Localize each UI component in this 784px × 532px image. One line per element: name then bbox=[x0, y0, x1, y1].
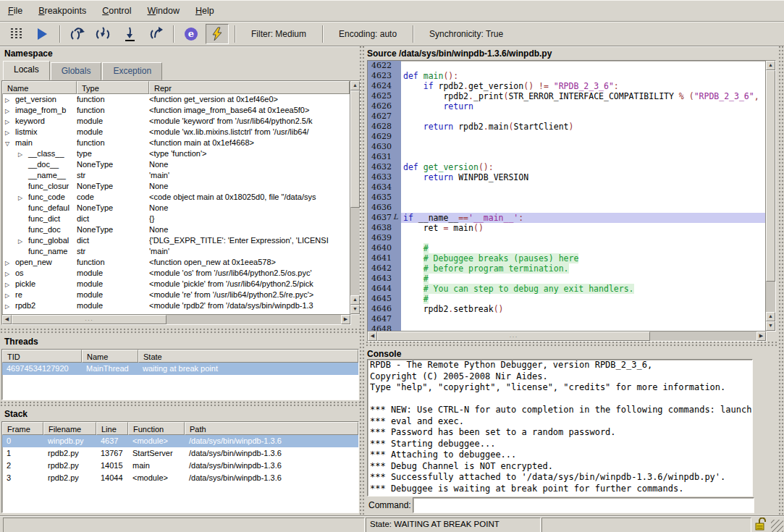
source-line[interactable]: 4638 ret = main() bbox=[368, 223, 766, 233]
namespace-row[interactable]: ▷get_versionfunction<function get_versio… bbox=[2, 94, 350, 105]
source-line[interactable]: 4641 # Debuggee breaks (pauses) here bbox=[368, 253, 766, 263]
expand-icon[interactable]: ▷ bbox=[18, 236, 28, 246]
column-header-type[interactable]: Type bbox=[77, 81, 149, 94]
expand-icon[interactable]: ▷ bbox=[5, 269, 15, 279]
menu-item-breakpoints[interactable]: Breakpoints bbox=[30, 2, 94, 20]
source-hscroll-thumb[interactable]: ··· bbox=[377, 332, 650, 341]
source-line[interactable]: 4629 bbox=[368, 132, 766, 142]
source-line[interactable]: 4636 bbox=[368, 203, 766, 213]
splitter-right-edge[interactable] bbox=[778, 46, 784, 515]
namespace-row[interactable]: __name__str'main' bbox=[2, 170, 350, 181]
collapse-icon[interactable]: ▽ bbox=[5, 138, 15, 148]
step-into-button[interactable] bbox=[92, 24, 115, 44]
source-line[interactable]: 4628 return rpdb2.main(StartClient) bbox=[368, 122, 766, 132]
break-button[interactable] bbox=[4, 24, 28, 44]
source-line[interactable]: 4645 # bbox=[368, 294, 766, 304]
threads-table[interactable]: TIDNameState 46974534127920MainThreadwai… bbox=[1, 349, 359, 400]
scroll-up-icon[interactable]: ▲ bbox=[766, 312, 775, 321]
namespace-row[interactable]: ▷picklemodule<module 'pickle' from '/usr… bbox=[2, 279, 350, 290]
namespace-row[interactable]: ▷__class__type<type 'function'> bbox=[2, 148, 350, 159]
splitter-threads-stack[interactable] bbox=[0, 401, 366, 407]
column-header-tid[interactable]: TID bbox=[2, 350, 82, 363]
namespace-row[interactable]: __doc__NoneTypeNone bbox=[2, 159, 350, 170]
source-line[interactable]: 4633 return WINPDB_VERSION bbox=[368, 172, 766, 182]
namespace-row[interactable]: func_defaulNoneTypeNone bbox=[2, 203, 350, 214]
source-line[interactable]: 4626 return bbox=[368, 101, 766, 111]
column-header-state[interactable]: State bbox=[138, 350, 358, 363]
scroll-right-icon[interactable]: ▶ bbox=[341, 315, 350, 324]
scroll-left-icon[interactable]: ◀ bbox=[368, 332, 377, 341]
splitter-namespace-threads[interactable] bbox=[0, 328, 366, 334]
column-header-name[interactable]: Name bbox=[82, 350, 138, 363]
expand-icon[interactable]: ▷ bbox=[5, 106, 15, 116]
expand-icon[interactable]: ▷ bbox=[5, 258, 15, 268]
column-header-line[interactable]: Line bbox=[96, 422, 128, 435]
source-line[interactable]: 4639 bbox=[368, 233, 766, 243]
stack-frame-row[interactable]: 0winpdb.py4637<module>/data/sys/bin/winp… bbox=[2, 435, 358, 447]
column-header-frame[interactable]: Frame bbox=[2, 422, 43, 435]
menu-item-help[interactable]: Help bbox=[187, 2, 222, 20]
namespace-table-header[interactable]: NameTypeRepr bbox=[2, 81, 350, 94]
go-button[interactable] bbox=[30, 24, 54, 44]
tab-globals[interactable]: Globals bbox=[51, 62, 102, 80]
menu-item-file[interactable]: File bbox=[0, 2, 30, 20]
scroll-right-icon[interactable]: ▶ bbox=[756, 332, 766, 341]
tab-exception[interactable]: Exception bbox=[102, 62, 162, 80]
namespace-table[interactable]: NameTypeRepr ▷get_versionfunction<functi… bbox=[1, 80, 350, 315]
namespace-row[interactable]: ▷image_from_bfunction<function image_fro… bbox=[2, 105, 350, 116]
scroll-down-icon[interactable]: ▼ bbox=[766, 321, 775, 331]
synchronicity-button[interactable] bbox=[206, 24, 229, 44]
stack-table[interactable]: FrameFilenameLineFunctionPath 0winpdb.py… bbox=[1, 421, 359, 513]
source-line[interactable]: 4625 rpdb2._print(STR_ERROR_INTERFACE_CO… bbox=[368, 91, 766, 101]
expand-icon[interactable]: ▷ bbox=[18, 193, 28, 203]
namespace-row[interactable]: ▷func_globaldict{'DLG_EXPR_TITLE': 'Ente… bbox=[2, 235, 350, 246]
namespace-row[interactable]: ▷osmodule<module 'os' from '/usr/lib64/p… bbox=[2, 268, 350, 279]
source-line[interactable]: 4631 bbox=[368, 152, 766, 162]
source-line[interactable]: 4622 bbox=[368, 61, 766, 71]
namespace-row[interactable]: ▷listmixmodule<module 'wx.lib.mixins.lis… bbox=[2, 127, 350, 138]
stack-frame-row[interactable]: 3rpdb2.py14044<module>/data/sys/bin/winp… bbox=[2, 472, 358, 484]
namespace-hscroll-thumb[interactable]: ··· bbox=[12, 315, 167, 324]
column-header-filename[interactable]: Filename bbox=[43, 422, 96, 435]
expand-icon[interactable]: ▷ bbox=[5, 127, 15, 138]
source-line[interactable]: 4634 bbox=[368, 182, 766, 193]
source-line[interactable]: 4646 rpdb2.setbreak() bbox=[368, 304, 766, 314]
scroll-up-icon[interactable]: ▲ bbox=[766, 61, 775, 70]
namespace-row[interactable]: func_docNoneTypeNone bbox=[2, 224, 350, 235]
column-header-name[interactable]: Name bbox=[2, 81, 77, 94]
source-line[interactable]: 4632def get_version(): bbox=[368, 162, 766, 172]
namespace-row[interactable]: ▷keywordmodule<module 'keyword' from '/u… bbox=[2, 116, 350, 127]
expand-icon[interactable]: ▷ bbox=[5, 301, 15, 311]
source-line[interactable]: 4640 # bbox=[368, 243, 766, 253]
source-line[interactable]: 4644 # You can step to debug any exit ha… bbox=[368, 284, 766, 294]
expand-icon[interactable]: ▷ bbox=[5, 95, 15, 105]
source-code-view[interactable]: 46224623def main():4624 if rpdb2.get_ver… bbox=[367, 60, 767, 332]
menu-item-window[interactable]: Window bbox=[140, 2, 187, 20]
namespace-row[interactable]: func_namestr'main' bbox=[2, 246, 350, 257]
stack-table-header[interactable]: FrameFilenameLineFunctionPath bbox=[2, 422, 358, 435]
source-line[interactable]: 4623def main(): bbox=[368, 71, 766, 81]
column-header-path[interactable]: Path bbox=[185, 422, 358, 435]
expand-icon[interactable]: ▷ bbox=[18, 149, 28, 159]
source-vscrollbar[interactable]: ▲ ▲ ▼ bbox=[765, 60, 776, 332]
column-header-function[interactable]: Function bbox=[128, 422, 185, 435]
namespace-hscrollbar[interactable]: ◀ ··· ▶ bbox=[1, 314, 351, 325]
column-header-repr[interactable]: Repr bbox=[149, 81, 350, 94]
menu-item-control[interactable]: Control bbox=[94, 2, 139, 20]
step-out-button[interactable] bbox=[144, 24, 167, 44]
threads-table-header[interactable]: TIDNameState bbox=[2, 350, 358, 363]
namespace-row[interactable]: ▷open_newfunction<function open_new at 0… bbox=[2, 257, 350, 268]
expand-icon[interactable]: ▷ bbox=[5, 290, 15, 300]
namespace-row[interactable]: ▷func_codecode<code object main at 0x180… bbox=[2, 192, 350, 203]
thread-row[interactable]: 46974534127920MainThreadwaiting at break… bbox=[2, 363, 358, 375]
splitter-source-console[interactable] bbox=[366, 341, 778, 347]
source-line[interactable]: 4643 # bbox=[368, 274, 766, 284]
namespace-row[interactable]: func_dictdict{} bbox=[2, 214, 350, 224]
splitter-left-right[interactable] bbox=[359, 46, 365, 515]
console-output[interactable]: RPDB - The Remote Python Debugger, versi… bbox=[367, 359, 753, 497]
namespace-row[interactable]: ▷rpdb2module<module 'rpdb2' from '/data/… bbox=[2, 300, 350, 311]
source-line[interactable]: 4642 # before program termination. bbox=[368, 263, 766, 274]
expand-icon[interactable]: ▷ bbox=[5, 117, 15, 127]
namespace-row[interactable]: ▽mainfunction<function main at 0x1ef4668… bbox=[2, 138, 350, 148]
tab-locals[interactable]: Locals bbox=[3, 61, 50, 80]
